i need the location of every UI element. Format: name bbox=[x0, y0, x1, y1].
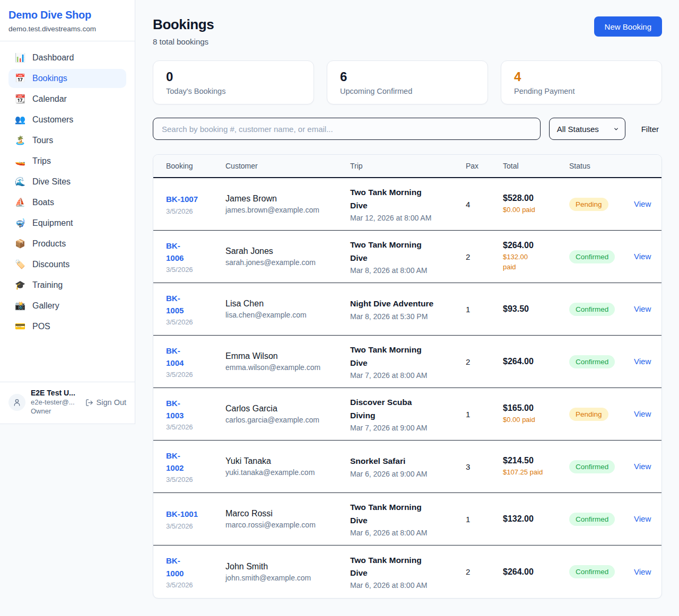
sidebar-item-label: Gallery bbox=[32, 301, 59, 311]
sidebar-item-dashboard[interactable]: 📊 Dashboard bbox=[8, 48, 126, 67]
view-link[interactable]: View bbox=[634, 462, 651, 471]
booking-id-link[interactable]: BK- 1006 bbox=[166, 240, 184, 265]
view-link[interactable]: View bbox=[634, 409, 651, 418]
view-link[interactable]: View bbox=[634, 199, 651, 208]
booking-date: 3/5/2026 bbox=[166, 476, 225, 483]
sidebar-item-label: Dive Sites bbox=[32, 177, 71, 187]
sidebar-item-label: Tours bbox=[32, 136, 53, 145]
total-amount: $165.00 bbox=[503, 403, 569, 413]
table-row: BK- 1002 3/5/2026 Yuki Tanaka yuki.tanak… bbox=[153, 441, 661, 493]
sidebar-item-bookings[interactable]: 📅 Bookings bbox=[8, 69, 126, 88]
sidebar-item-trips[interactable]: 🚤 Trips bbox=[8, 152, 126, 171]
paid-amount: $132.00 paid bbox=[503, 252, 569, 272]
sidebar-item-tours[interactable]: 🏝️ Tours bbox=[8, 131, 126, 150]
customer-name: James Brown bbox=[225, 194, 350, 204]
new-booking-button[interactable]: New Booking bbox=[594, 16, 662, 37]
log-out-icon bbox=[85, 399, 93, 407]
customer-email: john.smith@example.com bbox=[225, 574, 350, 582]
trips-icon: 🚤 bbox=[15, 157, 25, 165]
view-link[interactable]: View bbox=[634, 567, 651, 576]
table-row: BK- 1006 3/5/2026 Sarah Jones sarah.jone… bbox=[153, 231, 661, 283]
customer-name: Marco Rossi bbox=[225, 509, 350, 518]
stat-label: Pending Payment bbox=[514, 87, 649, 95]
sidebar-item-label: Dashboard bbox=[32, 53, 74, 63]
table-row: BK- 1004 3/5/2026 Emma Wilson emma.wilso… bbox=[153, 336, 661, 388]
view-link[interactable]: View bbox=[634, 514, 651, 523]
sidebar-item-calendar[interactable]: 📆 Calendar bbox=[8, 90, 126, 109]
trip-name: Two Tank Morning Dive bbox=[350, 239, 466, 264]
user-role: Owner bbox=[31, 407, 80, 416]
sidebar-item-equipment[interactable]: 🤿 Equipment bbox=[8, 214, 126, 233]
trip-name: Two Tank Morning Dive bbox=[350, 501, 466, 526]
trip-name: Two Tank Morning Dive bbox=[350, 344, 466, 369]
trip-name: Discover Scuba Diving bbox=[350, 396, 466, 421]
customer-email: james.brown@example.com bbox=[225, 206, 350, 214]
sidebar-item-pos[interactable]: 💳 POS bbox=[8, 317, 126, 336]
customer-name: John Smith bbox=[225, 562, 350, 571]
pax-count: 4 bbox=[466, 200, 503, 209]
booking-id-link[interactable]: BK- 1004 bbox=[166, 345, 184, 369]
sidebar-item-training[interactable]: 🎓 Training bbox=[8, 276, 126, 295]
table-row: BK-1001 3/5/2026 Marco Rossi marco.rossi… bbox=[153, 493, 661, 545]
sidebar-item-label: Trips bbox=[32, 156, 51, 166]
filter-controls: All Statuses Filter bbox=[153, 118, 662, 140]
sidebar-item-gallery[interactable]: 📸 Gallery bbox=[8, 296, 126, 315]
sidebar-item-customers[interactable]: 👥 Customers bbox=[8, 110, 126, 129]
status-badge: Confirmed bbox=[569, 460, 615, 473]
status-badge: Confirmed bbox=[569, 513, 615, 526]
gallery-icon: 📸 bbox=[15, 302, 25, 310]
trip-datetime: Mar 7, 2026 at 9:00 AM bbox=[350, 424, 466, 432]
total-amount: $214.50 bbox=[503, 456, 569, 465]
sidebar-item-label: Equipment bbox=[32, 218, 73, 228]
table-row: BK- 1000 3/5/2026 John Smith john.smith@… bbox=[153, 545, 661, 598]
equipment-icon: 🤿 bbox=[15, 219, 25, 227]
user-icon bbox=[13, 398, 21, 407]
status-badge: Pending bbox=[569, 408, 608, 421]
user-email: e2e-tester@... bbox=[31, 398, 80, 407]
booking-id-link[interactable]: BK- 1000 bbox=[166, 555, 184, 579]
total-amount: $528.00 bbox=[503, 193, 569, 203]
booking-date: 3/5/2026 bbox=[166, 318, 225, 326]
sidebar-item-label: Discounts bbox=[32, 260, 69, 269]
sidebar-item-products[interactable]: 📦 Products bbox=[8, 234, 126, 253]
pax-count: 3 bbox=[466, 462, 503, 471]
booking-date: 3/5/2026 bbox=[166, 207, 225, 215]
sidebar-nav: 📊 Dashboard 📅 Bookings 📆 Calendar 👥 Cust… bbox=[0, 41, 135, 382]
pax-count: 1 bbox=[466, 305, 503, 314]
column-header-status: Status bbox=[569, 162, 634, 170]
view-link[interactable]: View bbox=[634, 252, 651, 261]
status-filter-select[interactable]: All Statuses bbox=[549, 118, 625, 140]
booking-id-link[interactable]: BK-1001 bbox=[166, 508, 198, 520]
total-bookings-count: 8 total bookings bbox=[153, 37, 214, 46]
customer-name: Carlos Garcia bbox=[225, 404, 350, 413]
main-content: Bookings 8 total bookings New Booking 0 … bbox=[135, 0, 679, 613]
booking-id-link[interactable]: BK-1007 bbox=[166, 193, 198, 205]
booking-id-link[interactable]: BK- 1003 bbox=[166, 397, 184, 422]
search-input[interactable] bbox=[153, 118, 541, 140]
view-link[interactable]: View bbox=[634, 357, 651, 366]
total-amount: $264.00 bbox=[503, 357, 569, 366]
bookings-icon: 📅 bbox=[15, 74, 25, 83]
sidebar-item-discounts[interactable]: 🏷️ Discounts bbox=[8, 255, 126, 274]
chevron-down-icon bbox=[613, 126, 619, 132]
trip-datetime: Mar 7, 2026 at 8:00 AM bbox=[350, 371, 466, 380]
view-link[interactable]: View bbox=[634, 304, 651, 313]
pax-count: 2 bbox=[466, 567, 503, 576]
sidebar: Demo Dive Shop demo.test.divestreams.com… bbox=[0, 0, 135, 424]
booking-id-link[interactable]: BK- 1002 bbox=[166, 450, 184, 474]
filter-button[interactable]: Filter bbox=[638, 125, 662, 134]
tours-icon: 🏝️ bbox=[15, 136, 25, 145]
status-badge: Pending bbox=[569, 198, 608, 211]
stat-card-pending-payment: 4 Pending Payment bbox=[501, 60, 662, 104]
stat-value: 0 bbox=[166, 69, 301, 84]
table-body: BK-1007 3/5/2026 James Brown james.brown… bbox=[153, 178, 661, 598]
booking-id-link[interactable]: BK- 1005 bbox=[166, 292, 184, 317]
stat-label: Today's Bookings bbox=[166, 87, 301, 95]
customer-email: carlos.garcia@example.com bbox=[225, 416, 350, 424]
stat-value: 6 bbox=[340, 69, 475, 84]
sidebar-item-label: Customers bbox=[32, 115, 73, 125]
customer-name: Yuki Tanaka bbox=[225, 456, 350, 466]
sidebar-item-dive-sites[interactable]: 🌊 Dive Sites bbox=[8, 172, 126, 191]
sidebar-item-boats[interactable]: ⛵ Boats bbox=[8, 193, 126, 212]
sign-out-button[interactable]: Sign Out bbox=[85, 398, 126, 407]
